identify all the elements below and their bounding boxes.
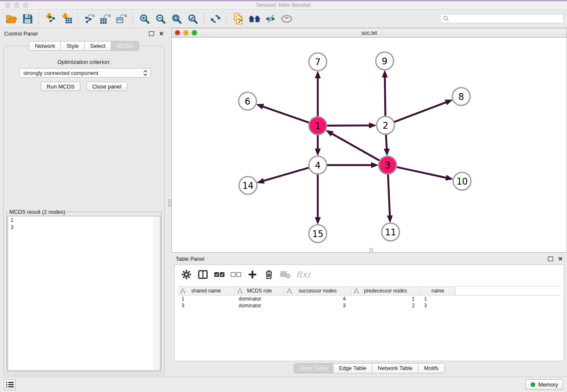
graph-edge-4-14[interactable] — [259, 168, 309, 182]
zoom-fit-icon[interactable] — [168, 11, 184, 26]
table-settings-icon[interactable] — [181, 269, 192, 280]
hierarchy-icon — [354, 288, 359, 295]
canvas-scroll-handle[interactable] — [369, 248, 373, 252]
hide-panels-icon[interactable] — [262, 11, 278, 26]
graph-node-14[interactable]: 14 — [239, 177, 257, 194]
result-scrollbar[interactable] — [154, 217, 160, 370]
network-window-titlebar[interactable]: ✕ − + scc.txt — [172, 28, 567, 38]
table-panel: Table Panel ✕ f(x) shared nameMCDS roles… — [171, 253, 567, 377]
graph-node-15[interactable]: 15 — [309, 225, 327, 243]
tab-edge-table[interactable]: Edge Table — [333, 363, 372, 373]
close-panel-icon[interactable]: ✕ — [159, 31, 164, 36]
optimization-criterion-label: Optimization criterion: — [4, 59, 164, 65]
graph-edge-2-3[interactable] — [386, 135, 387, 154]
search-icon — [443, 16, 449, 22]
search-input[interactable] — [449, 15, 561, 22]
network-minimize-button[interactable]: − — [183, 30, 189, 36]
tab-style[interactable]: Style — [61, 41, 85, 51]
table-cell[interactable]: 1 — [420, 296, 456, 302]
table-cell[interactable]: 4 — [284, 296, 351, 302]
graph-node-8[interactable]: 8 — [452, 88, 470, 105]
graph-node-2[interactable]: 2 — [377, 116, 394, 134]
show-columns-icon[interactable] — [197, 269, 208, 280]
graph-edge-2-8[interactable] — [394, 101, 451, 122]
zoom-selected-icon[interactable] — [184, 11, 201, 26]
close-panel-button[interactable]: Close panel — [86, 82, 127, 91]
table-cell[interactable]: dominator — [235, 303, 284, 309]
tab-network-table[interactable]: Network Table — [372, 363, 418, 373]
tab-select[interactable]: Select — [85, 41, 111, 51]
tab-node-table[interactable]: Node Table — [294, 363, 333, 373]
graph-node-10[interactable]: 10 — [453, 172, 471, 190]
table-cell[interactable]: 2 — [351, 303, 420, 309]
column-header-successor-nodes[interactable]: successor nodes — [284, 287, 351, 295]
optimization-criterion-select[interactable]: strongly connected component — [19, 68, 151, 77]
graph-edge-3-10[interactable] — [397, 167, 451, 179]
column-label: successor nodes — [298, 288, 336, 294]
graph-node-1[interactable]: 1 — [309, 117, 327, 135]
table-cell[interactable]: 1 — [351, 296, 420, 302]
tab-motifs[interactable]: Motifs — [418, 363, 445, 373]
graph-node-4[interactable]: 4 — [309, 156, 327, 174]
network-canvas[interactable]: 1234678910111415 — [172, 37, 567, 252]
zoom-out-icon[interactable] — [152, 11, 168, 26]
export-image-icon[interactable] — [113, 11, 129, 26]
select-all-rows-icon[interactable] — [214, 269, 225, 280]
node-label: 9 — [382, 56, 387, 66]
column-header-MCDS-role[interactable]: MCDS role — [235, 287, 284, 295]
graph-edge-3-1[interactable] — [328, 131, 380, 160]
duplicate-network-icon[interactable] — [230, 11, 246, 26]
float-panel-icon[interactable] — [149, 31, 154, 36]
node-label: 4 — [315, 160, 320, 171]
graph-edge-1-6[interactable] — [258, 105, 309, 123]
tab-mcds[interactable]: MCDS — [111, 41, 139, 51]
close-table-panel-icon[interactable]: ✕ — [558, 256, 563, 262]
table-cell[interactable]: 3 — [420, 303, 456, 309]
mcds-result-textarea[interactable]: 1 3 — [8, 216, 160, 371]
node-label: 14 — [242, 181, 254, 191]
network-maximize-button[interactable]: + — [192, 30, 197, 36]
import-table-icon[interactable] — [58, 11, 74, 26]
graph-node-11[interactable]: 11 — [382, 223, 399, 241]
network-window-title: scc.txt — [172, 30, 567, 36]
search-box[interactable] — [440, 14, 564, 23]
deselect-all-rows-icon[interactable] — [230, 269, 241, 280]
table-cell[interactable]: 1 — [178, 296, 235, 302]
export-table-icon[interactable] — [97, 11, 113, 26]
zoom-in-icon[interactable] — [136, 11, 152, 26]
hierarchy-icon — [180, 288, 185, 295]
tab-network[interactable]: Network — [29, 41, 61, 51]
table-cell[interactable]: dominator — [235, 296, 284, 302]
float-table-panel-icon[interactable] — [548, 257, 553, 261]
add-column-icon[interactable] — [247, 269, 258, 280]
column-header-predecessor-nodes[interactable]: predecessor nodes — [351, 287, 420, 295]
export-network-icon[interactable] — [81, 11, 97, 26]
graph-edge-3-11[interactable] — [388, 174, 390, 221]
run-mcds-button[interactable]: Run MCDS — [41, 82, 80, 91]
show-panels-list-button[interactable] — [4, 379, 16, 390]
graph-edge-1-2[interactable] — [327, 125, 374, 126]
column-header-name[interactable]: name — [420, 287, 456, 295]
table-row[interactable]: 1dominator411 — [178, 295, 561, 302]
table-panel-header: Table Panel ✕ — [171, 253, 567, 264]
network-overview-icon[interactable] — [246, 11, 262, 26]
table-row[interactable]: 3dominator323 — [178, 302, 561, 309]
apply-layout-icon[interactable] — [207, 11, 223, 26]
delete-row-icon[interactable] — [263, 269, 274, 280]
list-icon — [6, 381, 14, 388]
network-graph[interactable]: 1234678910111415 — [172, 37, 567, 252]
open-file-icon[interactable] — [3, 11, 19, 26]
status-bar: Memory — [0, 377, 567, 392]
save-session-icon[interactable] — [19, 11, 36, 26]
memory-button[interactable]: Memory — [526, 379, 563, 390]
graph-node-9[interactable]: 9 — [376, 52, 394, 70]
graph-node-6[interactable]: 6 — [239, 92, 256, 110]
import-network-icon[interactable] — [42, 11, 58, 26]
graph-node-3[interactable]: 3 — [379, 156, 396, 174]
table-cell[interactable]: 3 — [178, 303, 235, 309]
graph-node-7[interactable]: 7 — [309, 53, 327, 71]
table-cell[interactable]: 3 — [284, 303, 351, 309]
network-close-button[interactable]: ✕ — [175, 30, 180, 36]
column-header-shared-name[interactable]: shared name — [178, 287, 235, 295]
graph-edge-2-9[interactable] — [385, 72, 385, 116]
